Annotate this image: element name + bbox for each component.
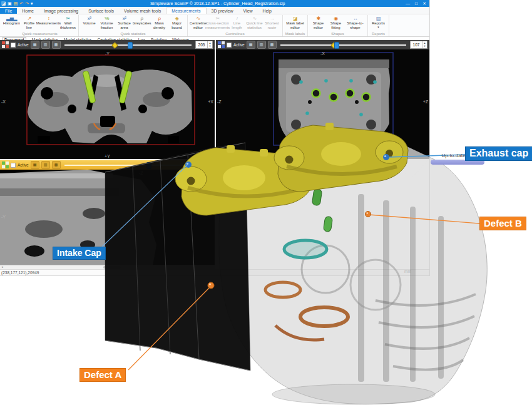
defect-a-callout: Defect A: [79, 368, 126, 382]
3d-preview-render[interactable]: [0, 0, 532, 405]
exhaust-cap-sphere: [383, 154, 389, 160]
intake-cap-callout: Intake Cap: [53, 247, 106, 260]
page: ▣ ▤ ↶ ↷ ▾ Simpleware ScanIP © 2018.12-SP…: [0, 0, 532, 405]
intake-cap-sphere: [185, 161, 192, 168]
defect-b-callout: Defect B: [479, 217, 526, 230]
combustion-seal-teal: [284, 240, 327, 258]
exhaust-cap-callout: Exhaust cap: [465, 146, 532, 161]
uptodate-label: Up-to-date: [442, 153, 466, 158]
